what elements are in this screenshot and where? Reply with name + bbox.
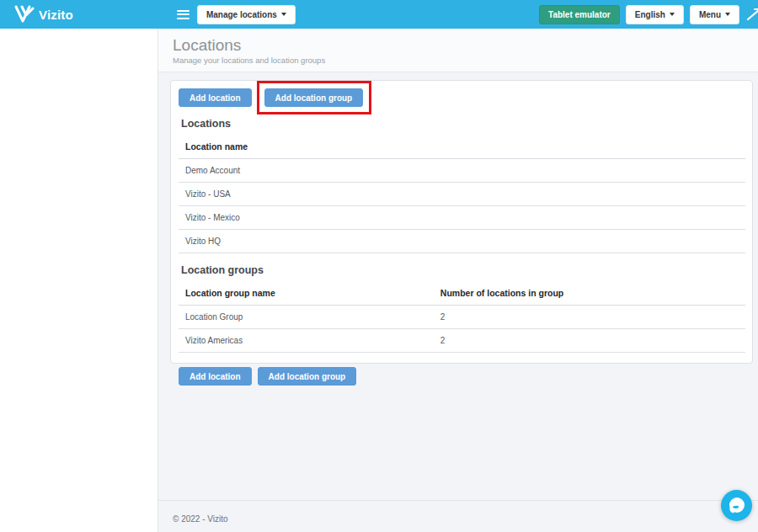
column-header-group-name: Location group name [179,283,434,306]
left-sidebar [0,29,158,532]
table-row[interactable]: Vizito - USA [179,183,745,206]
location-groups-table: Location group name Number of locations … [179,283,745,353]
language-label: English [635,10,665,19]
chevron-down-icon [725,13,730,16]
location-name-cell[interactable]: Vizito HQ [179,230,745,253]
table-row[interactable]: Location Group 2 [179,306,745,329]
location-name-cell[interactable]: Demo Account [179,159,745,183]
locations-section-heading: Locations [181,118,745,130]
hamburger-icon[interactable] [177,10,190,19]
group-count-cell: 2 [434,306,745,329]
column-header-group-count: Number of locations in group [434,283,745,306]
table-row[interactable]: Vizito - Mexico [179,206,745,230]
table-header-row: Location name [179,136,745,159]
tablet-emulator-label: Tablet emulator [548,10,611,19]
copyright-text: © 2022 - Vizito [173,514,228,524]
main-content: Locations Manage your locations and loca… [158,29,758,532]
locations-card: Add location Add location group Location… [170,80,753,364]
table-row[interactable]: Vizito HQ [179,230,745,253]
column-header-location-name: Location name [179,136,745,159]
add-location-button-top[interactable]: Add location [179,88,252,107]
expand-arrow-icon[interactable] [745,8,758,21]
add-location-group-button-bottom[interactable]: Add location group [258,367,357,386]
page-title: Locations [173,36,758,55]
chevron-down-icon [670,13,675,16]
chevron-down-icon [281,13,286,16]
menu-dropdown[interactable]: Menu [690,5,739,24]
top-navbar: Vizito Manage locations Tablet emulator … [0,0,758,29]
location-name-cell[interactable]: Vizito - USA [179,183,745,206]
group-count-cell: 2 [434,329,745,353]
vizito-logo[interactable]: Vizito [14,5,73,24]
table-header-row: Location group name Number of locations … [179,283,745,306]
top-button-row: Add location Add location group [179,88,745,107]
table-row[interactable]: Vizito Americas 2 [179,329,745,353]
tablet-emulator-button[interactable]: Tablet emulator [539,5,620,24]
group-name-cell[interactable]: Location Group [179,306,434,329]
language-dropdown[interactable]: English [626,5,684,24]
add-location-button-bottom[interactable]: Add location [179,367,252,386]
page-header: Locations Manage your locations and loca… [158,29,758,72]
page-subtitle: Manage your locations and location group… [173,56,758,65]
menu-label: Menu [699,10,721,19]
manage-locations-button[interactable]: Manage locations [197,5,296,24]
chat-widget-button[interactable] [721,490,752,521]
location-name-cell[interactable]: Vizito - Mexico [179,206,745,230]
manage-locations-label: Manage locations [206,10,277,19]
page-footer: © 2022 - Vizito [158,500,758,532]
locations-table: Location name Demo Account Vizito - USA … [179,136,745,253]
location-groups-section-heading: Location groups [181,264,745,276]
vizito-logo-icon [14,5,35,24]
add-location-group-button-top[interactable]: Add location group [264,88,364,107]
bottom-button-row: Add location Add location group [179,367,745,386]
brand-name: Vizito [39,8,73,22]
group-name-cell[interactable]: Vizito Americas [179,329,434,353]
table-row[interactable]: Demo Account [179,159,745,183]
chat-bubble-icon [729,497,745,513]
